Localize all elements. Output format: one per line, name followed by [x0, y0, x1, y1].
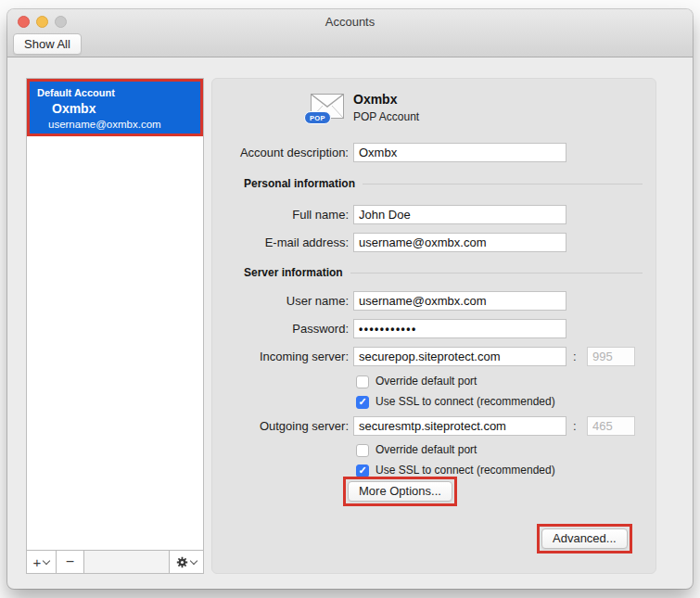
- outgoing-ssl-label: Use SSL to connect (recommended): [375, 464, 555, 477]
- full-name-label: Full name:: [212, 205, 349, 224]
- accounts-window: Accounts Show All Default Account Oxmbx …: [7, 9, 693, 589]
- gear-icon: [176, 556, 188, 568]
- account-description-row: Account description:: [212, 143, 655, 162]
- pop-account-icon: POP: [311, 94, 344, 120]
- personal-information-heading: Personal information: [244, 177, 355, 190]
- account-detail-panel: POP Oxmbx POP Account Account descriptio…: [211, 78, 656, 574]
- incoming-ssl-label: Use SSL to connect (recommended): [375, 395, 555, 409]
- account-list-item[interactable]: Default Account Oxmbx username@oxmbx.com: [30, 82, 200, 134]
- email-address-input[interactable]: [353, 233, 566, 252]
- section-divider: [363, 184, 643, 184]
- outgoing-override-port-option: Override default port: [356, 443, 477, 457]
- outgoing-server-input[interactable]: [353, 416, 566, 436]
- account-header: POP Oxmbx POP Account: [311, 92, 589, 129]
- outgoing-ssl-option: Use SSL to connect (recommended): [356, 464, 555, 477]
- user-name-input[interactable]: [353, 291, 566, 311]
- add-account-button[interactable]: +: [27, 551, 57, 573]
- incoming-override-port-checkbox[interactable]: [356, 375, 369, 388]
- pop-badge: POP: [304, 111, 331, 124]
- advanced-button[interactable]: Advanced...: [541, 528, 628, 549]
- chevron-down-icon: [43, 556, 50, 564]
- user-name-row: User name:: [212, 291, 655, 311]
- accounts-sidebar: Default Account Oxmbx username@oxmbx.com…: [26, 78, 204, 574]
- full-name-input[interactable]: [353, 205, 566, 224]
- incoming-port-input: [587, 347, 635, 366]
- chevron-down-icon: [190, 556, 197, 564]
- minus-icon: −: [66, 553, 74, 570]
- outgoing-ssl-checkbox[interactable]: [356, 464, 369, 477]
- account-actions-menu-button[interactable]: [169, 551, 203, 573]
- window-title: Accounts: [7, 15, 693, 30]
- plus-icon: +: [33, 554, 42, 570]
- server-information-heading: Server information: [244, 266, 343, 279]
- password-row: Password:: [212, 319, 655, 338]
- incoming-server-row: Incoming server: :: [212, 347, 655, 366]
- personal-information-section: Personal information: [244, 177, 643, 190]
- title-bar: Accounts Show All: [7, 9, 693, 57]
- outgoing-override-port-checkbox[interactable]: [356, 444, 369, 457]
- incoming-override-port-label: Override default port: [375, 375, 477, 388]
- outgoing-override-port-label: Override default port: [375, 443, 477, 457]
- account-description-label: Account description:: [212, 143, 349, 162]
- toolbar-spacer: [84, 551, 169, 573]
- account-description-input[interactable]: [353, 143, 566, 162]
- more-options-button[interactable]: More Options...: [348, 481, 452, 502]
- account-name: Oxmbx: [52, 101, 193, 116]
- port-colon: :: [573, 416, 577, 436]
- account-email: username@oxmbx.com: [48, 119, 193, 130]
- password-input[interactable]: [353, 319, 566, 338]
- user-name-label: User name:: [212, 291, 349, 311]
- outgoing-port-input: [587, 416, 635, 436]
- outgoing-server-row: Outgoing server: :: [212, 416, 655, 436]
- password-label: Password:: [212, 319, 349, 338]
- sidebar-toolbar: + −: [27, 550, 203, 573]
- more-options-annotation: More Options...: [343, 477, 457, 506]
- email-address-label: E-mail address:: [212, 233, 349, 252]
- account-title: Oxmbx: [353, 92, 589, 107]
- default-account-badge: Default Account: [37, 87, 193, 98]
- full-name-row: Full name:: [212, 205, 655, 224]
- remove-account-button[interactable]: −: [57, 551, 84, 573]
- show-all-button[interactable]: Show All: [13, 33, 82, 55]
- outgoing-server-label: Outgoing server:: [212, 416, 349, 436]
- incoming-server-input[interactable]: [353, 347, 566, 366]
- port-colon: :: [573, 347, 577, 366]
- incoming-override-port-option: Override default port: [356, 375, 477, 388]
- email-address-row: E-mail address:: [212, 233, 655, 252]
- advanced-annotation: Advanced...: [537, 524, 632, 553]
- section-divider: [350, 273, 643, 274]
- server-information-section: Server information: [244, 266, 643, 279]
- incoming-ssl-option: Use SSL to connect (recommended): [356, 395, 555, 409]
- account-type: POP Account: [353, 110, 589, 123]
- incoming-ssl-checkbox[interactable]: [356, 396, 369, 409]
- account-list-item-selected-annotation: Default Account Oxmbx username@oxmbx.com: [27, 79, 203, 136]
- incoming-server-label: Incoming server:: [212, 347, 349, 366]
